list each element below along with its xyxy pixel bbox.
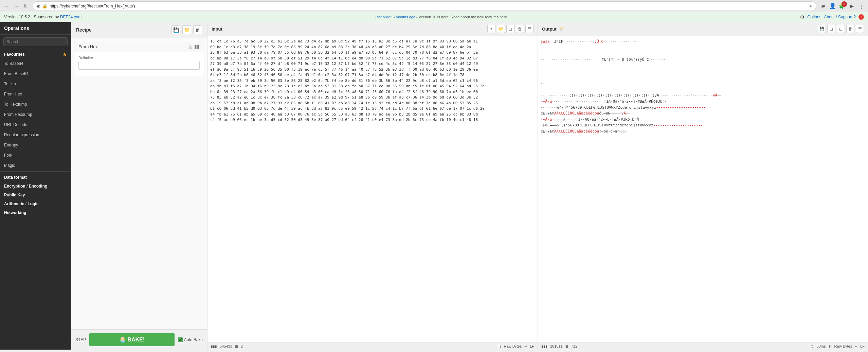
recipe-panel: Recipe 💾 📁 🗑 From Hex △ ▮▮ Delimiter Aut… [71,22,207,350]
sponsor-link[interactable]: DEF24.com [60,15,82,19]
sidebar-item-from-hexdump[interactable]: From Hexdump [0,109,71,120]
output-line-inner: ········· [541,106,557,109]
category-label: Networking [4,210,26,215]
output-dotted-2: ·················· [603,40,637,43]
recipe-step-body: Delimiter Auto [74,52,204,76]
sidebar-item-public-key[interactable]: Public Key [0,190,71,199]
save-recipe-button[interactable]: 💾 [171,25,180,34]
output-clear-button[interactable]: 🗑 [846,25,854,33]
clear-recipe-button[interactable]: 🗑 [193,25,202,34]
refresh-button[interactable]: ↻ [22,2,30,10]
lf-icon: ↩ [524,345,527,348]
output-dotted-4: ················· [659,94,690,97]
output-title-text: Output [542,27,557,32]
sidebar-item-fork[interactable]: Fork [0,150,71,160]
address-bar[interactable]: ◉ 🔒 https://cyberchef.org/#recipe=From_H… [33,1,816,11]
raw-bytes-label[interactable]: Raw Bytes [504,344,522,348]
menu-button[interactable]: ⋮ [857,2,865,10]
input-expand-button[interactable]: ◻ [506,25,514,33]
back-button[interactable]: ← [3,2,11,10]
bake-button[interactable]: 🧁 BAKE! [89,333,174,346]
disable-step-button[interactable]: △ [188,44,192,49]
options-link[interactable]: Options [807,15,821,19]
sidebar-item-magic[interactable]: Magic [0,160,71,171]
sidebar-item-to-hexdump[interactable]: To Hexdump [0,99,71,109]
pause-step-button[interactable]: ▮▮ [194,44,200,49]
extension-badge: 3 [842,1,847,7]
favourites-label: Favourites [4,52,25,57]
output-lf-label[interactable]: LF [860,344,865,348]
input-clear-button[interactable]: 🗑 [516,25,524,33]
output-menu-button[interactable]: ☰ [856,25,864,33]
input-add-button[interactable]: + [487,25,495,33]
recipe-step-actions: △ ▮▮ [188,44,200,49]
sidebar-item-networking[interactable]: Networking [0,208,71,216]
sidebar-item-from-base64[interactable]: From Base64 [0,69,71,79]
input-byte-count: 545433 [220,344,232,348]
io-row: Input + 📁 ◻ 🗑 ☰ 13 cf 1c 76 a5 7e ac 69 … [207,22,868,350]
auto-bake-checkbox[interactable] [178,337,183,342]
output-pct-str: =——&'()*56789:CDEFGHIJSTUVWXYZcdefghijst… [550,123,653,127]
item-label: Regular expression [4,133,39,137]
output-dots-red: •••••••••••••••••••••• [656,105,706,110]
recipe-step-header: From Hex △ ▮▮ [74,41,204,52]
recipe-actions: 💾 📁 🗑 [171,25,202,34]
output-dotted-5: ··········· [692,94,713,97]
recipe-step-from-hex: From Hex △ ▮▮ Delimiter Auto [74,41,204,76]
shield-icon: ◉ [36,3,40,8]
sidebar-item-entropy[interactable]: Entropy [0,140,71,150]
output-dotted-3: ········· [649,58,666,61]
output-copy-button[interactable]: ◻ [827,25,835,33]
category-label: Public Key [4,193,25,197]
load-recipe-button[interactable]: 📁 [182,25,191,34]
input-open-button[interactable]: 📁 [497,25,505,33]
output-currency: ¢£¤¥§© [541,111,554,116]
lf-label[interactable]: LF [530,344,534,348]
profile-button[interactable]: 👤 [829,2,837,10]
sidebar-item-regex[interactable]: Regular expression [0,130,71,140]
options-icon: ⚙ [800,14,804,20]
sidebar-item-data-format[interactable]: Data format [0,172,71,181]
input-size-icon: ▮▮▮ [211,345,217,348]
output-content: ÿøÿà——JFIF·················ÿÛ—C·········… [538,36,868,342]
sidebar-item-encryption[interactable]: Encryption / Encoding [0,181,71,190]
sidebar-item-to-hex[interactable]: To Hex [0,79,71,89]
input-content[interactable]: 13 cf 1c 76 a5 7e ac 69 22 e3 b1 6c 2a a… [207,36,538,342]
output-small-3: ·‑· [541,82,546,85]
output-jfif-header: ÿøÿà [541,39,550,44]
bake-row: STEP 🧁 BAKE! Auto Bake [71,329,207,350]
item-label: From Hexdump [4,112,32,117]
output-w: ——————W—————— [552,118,576,121]
forward-button[interactable]: → [12,2,20,10]
help-badge: ! [858,14,864,20]
sidebar-item-url-decode[interactable]: URL Decode [0,120,71,130]
delimiter-input[interactable]: Auto [78,61,200,70]
extensions-button[interactable]: ▰ [819,2,827,10]
about-link[interactable]: About / Support ? [824,15,856,19]
output-raw-bytes-icon: Tr [829,345,832,348]
input-title: Input [212,27,222,32]
item-label: To Hexdump [4,102,27,107]
output-parens: ·( [541,93,545,98]
input-menu-button[interactable]: ☰ [525,25,534,33]
sidebar-item-to-base64[interactable]: To Base64 [0,58,71,69]
output-raw-bytes-label[interactable]: Raw Bytes [834,344,852,348]
search-input[interactable] [3,37,68,46]
wand-icon[interactable]: 🪄 [559,27,564,32]
star-bookmark-icon[interactable]: ★ [809,4,813,8]
last-build-link[interactable]: Last build: 5 months ago [375,15,415,19]
output-save-button[interactable]: 💾 [818,25,826,33]
sidebar-item-favourites[interactable]: Favourites ★ [0,49,71,58]
lock-icon: 🔒 [42,3,48,8]
star-icon: ★ [62,52,67,57]
shield-security-icon[interactable]: ▶ [848,2,856,10]
item-label: From Hex [4,92,22,96]
output-squiggle: ············· [552,100,576,103]
sidebar-item-arithmetic[interactable]: Arithmetic / Logic [0,199,71,208]
output-header: Output 🪄 💾 ◻ ◻ 🗑 ☰ [538,22,868,36]
recipe-header: Recipe 💾 📁 🗑 [71,22,207,38]
output-expand-button[interactable]: ◻ [837,25,845,33]
sidebar-item-from-hex[interactable]: From Hex [0,89,71,99]
output-special-chars: , #&')*) =-0-(0%()(ÿÛ—C [590,57,649,62]
right-panels: Input + 📁 ◻ 🗑 ☰ 13 cf 1c 76 a5 7e ac 69 … [207,22,868,350]
